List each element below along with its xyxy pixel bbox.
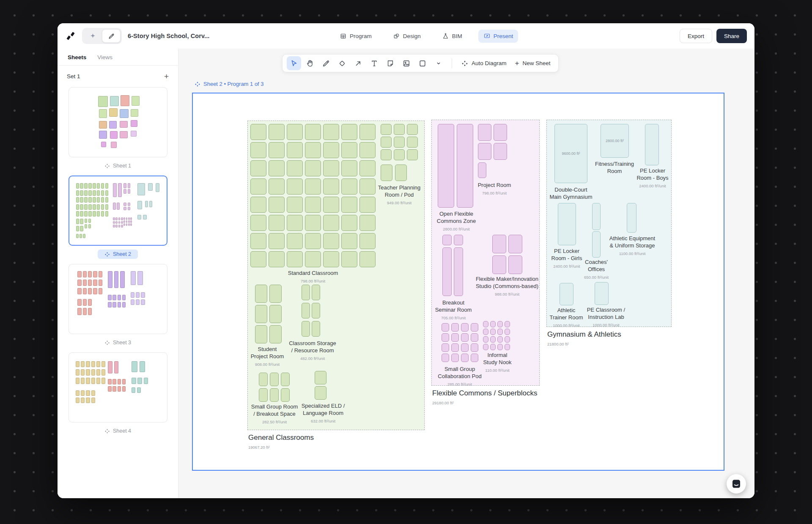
standard-classroom-block[interactable] [323,178,339,195]
standard-classroom-block[interactable] [323,124,339,140]
small-group-collaboration-pod-block[interactable] [461,323,469,332]
standard-classroom-block[interactable] [269,160,285,176]
informal-study-nook-block[interactable] [505,336,510,343]
standard-classroom-block[interactable] [323,142,339,158]
auto-diagram-button[interactable]: Auto Diagram [458,58,510,69]
athletic-equipment-storage-block[interactable] [627,203,636,233]
standard-classroom-block[interactable] [341,142,357,158]
standard-classroom-block[interactable] [305,233,321,249]
note-tool[interactable] [383,56,398,70]
breakout-seminar-room-block[interactable] [442,247,452,296]
pencil-tool[interactable] [319,56,333,70]
sheet-item-4[interactable]: Sheet 4 [58,352,178,436]
tab-design[interactable]: Design [388,30,426,43]
eraser-tool[interactable] [335,56,349,70]
sheet-item-3[interactable]: Sheet 3 [58,264,178,347]
frame-label[interactable]: Sheet 2 • Program 1 of 3 [195,81,264,87]
student-project-room-block[interactable] [255,305,267,323]
standard-classroom-block[interactable] [269,124,285,140]
standard-classroom-block[interactable] [269,251,285,267]
small-group-collaboration-pod-block[interactable] [442,354,449,362]
maker-innovation-studio-block[interactable] [508,255,522,274]
image-tool[interactable] [399,56,414,70]
standard-classroom-block[interactable] [287,124,303,140]
standard-classroom-block[interactable] [359,233,376,249]
standard-classroom-block[interactable] [341,215,357,231]
standard-classroom-block[interactable] [269,215,285,231]
standard-classroom-block[interactable] [250,124,266,140]
classroom-storage-block[interactable] [312,321,320,337]
informal-study-nook-block[interactable] [497,329,503,335]
informal-study-nook-block[interactable] [497,321,503,327]
standard-classroom-block[interactable] [323,251,339,267]
standard-classroom-block[interactable] [250,160,266,176]
informal-study-nook-block[interactable] [490,336,496,343]
small-group-room-block[interactable] [270,388,279,402]
small-group-collaboration-pod-block[interactable] [461,343,469,352]
classroom-storage-block[interactable] [302,285,310,300]
standard-classroom-block[interactable] [341,160,357,176]
informal-study-nook-block[interactable] [505,321,510,327]
specialized-eld-room-block[interactable] [315,386,326,400]
informal-study-nook-block[interactable] [497,336,503,343]
project-room-block[interactable] [494,143,507,160]
classroom-storage-block[interactable] [312,303,320,318]
text-tool[interactable] [367,56,381,70]
chat-launcher-button[interactable] [727,474,746,494]
coaches-offices-block[interactable] [592,203,601,230]
small-group-collaboration-pod-block[interactable] [442,333,449,342]
edit-mode-button[interactable] [102,29,121,43]
standard-classroom-block[interactable] [359,124,376,140]
breakout-seminar-room-block[interactable] [454,247,463,296]
standard-classroom-block[interactable] [359,142,376,158]
teacher-planning-room-block[interactable] [407,149,418,160]
teacher-planning-room-block[interactable] [381,149,392,160]
breakout-seminar-room-block[interactable] [442,235,452,245]
document-title[interactable]: 6-Story High School, Corv... [128,33,209,39]
standard-classroom-block[interactable] [323,215,339,231]
share-button[interactable]: Share [716,29,747,43]
classroom-storage-block[interactable] [312,285,320,300]
informal-study-nook-block[interactable] [505,344,510,350]
gymnasium-athletics-region[interactable]: 9600.00 ft²Double-CourtMain Gymnasium280… [546,120,672,327]
general-classrooms-region[interactable]: Standard Classroom798.00 ft²/unitTeacher… [247,121,425,430]
small-group-collaboration-pod-block[interactable] [461,333,469,342]
tab-bim[interactable]: BIM [437,30,467,43]
standard-classroom-block[interactable] [341,251,357,267]
maker-innovation-studio-block[interactable] [492,255,506,274]
standard-classroom-block[interactable] [323,160,339,176]
shape-menu[interactable] [431,56,446,70]
sheet-frame[interactable]: Standard Classroom798.00 ft²/unitTeacher… [192,93,724,471]
main-gymnasium-block[interactable]: 9600.00 ft² [554,124,587,183]
specialized-eld-room-block[interactable] [315,371,326,384]
small-group-room-block[interactable] [281,373,290,386]
teacher-planning-room-block[interactable] [407,137,418,148]
standard-classroom-block[interactable] [287,160,303,176]
export-button[interactable]: Export [680,29,712,43]
standard-classroom-block[interactable] [305,142,321,158]
small-group-collaboration-pod-block[interactable] [471,343,478,352]
informal-study-nook-block[interactable] [490,344,496,350]
project-room-block[interactable] [478,162,486,178]
standard-classroom-block[interactable] [250,142,266,158]
informal-study-nook-block[interactable] [483,321,488,327]
student-project-room-block[interactable] [269,305,282,323]
standard-classroom-block[interactable] [287,251,303,267]
teacher-planning-room-block[interactable] [394,149,405,160]
pe-locker-room-girls-block[interactable] [558,203,576,245]
standard-classroom-block[interactable] [250,251,266,267]
standard-classroom-block[interactable] [305,251,321,267]
project-room-block[interactable] [478,124,491,141]
tab-sheets[interactable]: Sheets [68,54,86,60]
standard-classroom-block[interactable] [269,233,285,249]
standard-classroom-block[interactable] [287,215,303,231]
small-group-collaboration-pod-block[interactable] [442,343,449,352]
ai-mode-button[interactable] [83,29,102,43]
arrow-tool[interactable] [351,56,365,70]
sheet-item-2[interactable]: Sheet 2 [58,176,178,259]
small-group-collaboration-pod-block[interactable] [442,323,449,332]
open-flexible-commons-zone-block[interactable] [438,124,454,208]
student-project-room-block[interactable] [255,285,267,303]
informal-study-nook-block[interactable] [483,329,488,335]
informal-study-nook-block[interactable] [505,329,510,335]
